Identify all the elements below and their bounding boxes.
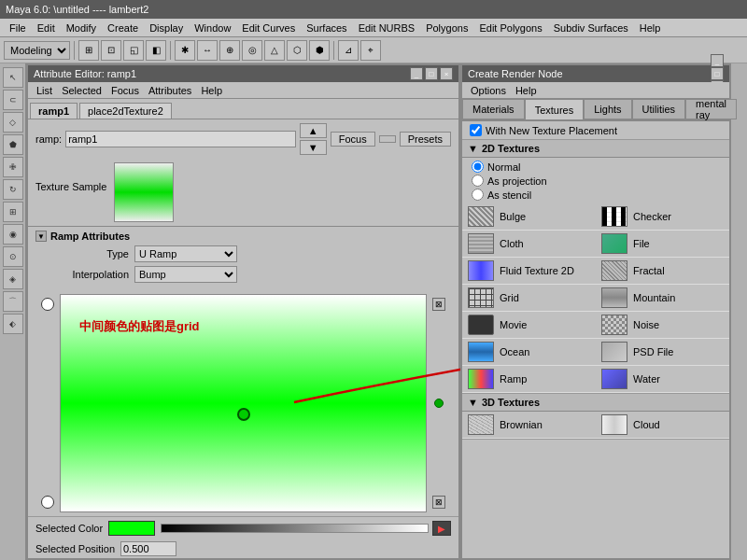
render-menu-help[interactable]: Help [511,85,542,96]
toolbar-btn-4[interactable]: ◧ [146,40,166,61]
texture-item-3d-cloud[interactable]: Cloud [596,412,729,439]
texture-item-movie[interactable]: Movie [462,312,596,339]
toolbar-btn-11[interactable]: ⬢ [309,40,330,61]
tab-ramp1[interactable]: ramp1 [30,103,78,119]
tool-rotate[interactable]: ↻ [3,179,23,200]
tool-curve[interactable]: ⌒ [3,291,23,312]
ramp-color-handle[interactable] [237,408,250,421]
tool-paint[interactable]: ◇ [3,112,23,133]
menu-display[interactable]: Display [144,22,189,34]
toolbar-btn-9[interactable]: △ [264,40,285,61]
focus-btn[interactable]: Focus [331,132,375,147]
texture-item-noise[interactable]: Noise [596,312,729,339]
presets-btn[interactable]: Presets [400,132,451,147]
toolbar-btn-1[interactable]: ⊞ [78,40,99,61]
ramp-delete-bottom[interactable]: ⊠ [432,496,445,509]
texture-item-fractal[interactable]: Fractal [596,258,729,285]
ramp-handle-top[interactable] [41,298,54,311]
tool-select[interactable]: ↖ [3,67,23,88]
texture-thumb-mountain [601,287,627,308]
tab-materials[interactable]: Materials [462,99,525,119]
render-menu-options[interactable]: Options [466,85,511,96]
toolbar-btn-2[interactable]: ⊡ [101,40,121,61]
ramp-gradient-bar[interactable] [60,294,427,512]
menu-edit-polygons[interactable]: Edit Polygons [473,22,547,34]
tab-textures[interactable]: Textures [525,99,585,119]
color-picker-btn[interactable]: ▶ [432,521,451,536]
texture-item-bulge[interactable]: Bulge [462,203,596,231]
close-btn[interactable]: × [440,67,453,80]
ramp-right-dot[interactable] [434,399,444,408]
tool-snap[interactable]: ⬖ [3,314,23,334]
toolbar-btn-6[interactable]: ↔ [197,40,218,61]
toolbar-btn-7[interactable]: ⊕ [219,40,240,61]
menu-modify[interactable]: Modify [61,22,102,34]
menu-polygons[interactable]: Polygons [420,22,473,34]
menu-surfaces[interactable]: Surfaces [301,22,352,34]
attr-menu-selected[interactable]: Selected [57,85,106,96]
minimize-btn[interactable]: _ [410,67,423,80]
toolbar-btn-10[interactable]: ⬡ [287,40,307,61]
tool-lasso[interactable]: ⊂ [3,90,23,110]
tab-mental-ray[interactable]: mental ray [685,99,737,119]
tab-utilities[interactable]: Utilities [632,99,685,119]
texture-item-cloth[interactable]: Cloth [462,231,596,258]
toolbar-btn-5[interactable]: ✱ [175,40,195,61]
texture-item-fluid-texture-2d[interactable]: Fluid Texture 2D [462,258,596,285]
menu-help[interactable]: Help [634,22,667,34]
texture-item-ocean[interactable]: Ocean [462,339,596,366]
texture-item-psd-file[interactable]: PSD File [596,339,729,366]
tool-scale[interactable]: ⊞ [3,202,23,222]
texture-item-checker[interactable]: Checker [596,203,729,231]
toolbar-btn-13[interactable]: ⌖ [360,40,381,61]
attr-menu-list[interactable]: List [32,85,57,96]
menu-edit-curves[interactable]: Edit Curves [236,22,301,34]
color-slider[interactable] [161,524,429,533]
attr-menu-help[interactable]: Help [196,85,227,96]
toolbar-btn-8[interactable]: ◎ [242,40,262,61]
texture-item-mountain[interactable]: Mountain [596,285,729,312]
texture-item-water[interactable]: Water [596,366,729,393]
menu-edit[interactable]: Edit [32,22,61,34]
arrow-down-btn[interactable]: ▼ [300,140,327,155]
2d-textures-header[interactable]: ▼ 2D Textures [462,140,729,158]
attr-menu-focus[interactable]: Focus [106,85,144,96]
texture-item-ramp[interactable]: Ramp [462,366,596,393]
ramp-delete-top[interactable]: ⊠ [432,298,445,311]
render-maximize-btn[interactable]: □ [711,67,724,80]
new-texture-placement-checkbox[interactable] [470,124,482,136]
radio-normal[interactable] [472,161,484,173]
selected-pos-input[interactable] [120,541,176,556]
menu-window[interactable]: Window [189,22,236,34]
mode-select[interactable]: Modeling [4,41,70,60]
tool-move[interactable]: ✙ [3,157,23,177]
texture-item-file[interactable]: File [596,231,729,258]
texture-item-3d-brownian[interactable]: Brownian [462,412,596,439]
toolbar-btn-12[interactable]: ⊿ [338,40,359,61]
ramp-name-input[interactable] [65,131,296,147]
arrow-up-btn[interactable]: ▲ [300,123,327,138]
maximize-btn[interactable]: □ [425,67,438,80]
interpolation-select[interactable]: Bump [134,266,237,283]
radio-projection[interactable] [472,175,484,187]
tab-lights[interactable]: Lights [584,99,631,119]
tool-universal[interactable]: ◉ [3,224,23,245]
menu-create[interactable]: Create [102,22,144,34]
render-minimize-btn[interactable]: _ [711,54,724,67]
attr-menu-attributes[interactable]: Attributes [144,85,196,96]
toolbar-btn-3[interactable]: ◱ [123,40,144,61]
menu-edit-nurbs[interactable]: Edit NURBS [353,22,421,34]
tool-sculpt[interactable]: ⬟ [3,134,23,155]
3d-textures-header[interactable]: ▼ 3D Textures [462,394,729,412]
menu-file[interactable]: File [4,22,32,34]
ramp-handle-bottom[interactable] [41,496,54,509]
section-toggle[interactable]: ▼ [35,231,47,242]
color-swatch[interactable] [108,521,155,536]
tool-soft[interactable]: ⊙ [3,246,23,267]
texture-item-grid[interactable]: Grid [462,285,596,312]
tab-place2d[interactable]: place2dTexture2 [79,103,172,119]
menu-subdiv[interactable]: Subdiv Surfaces [548,22,634,34]
radio-stencil[interactable] [472,189,484,201]
tool-show[interactable]: ◈ [3,269,23,289]
type-select[interactable]: U Ramp [134,245,237,262]
